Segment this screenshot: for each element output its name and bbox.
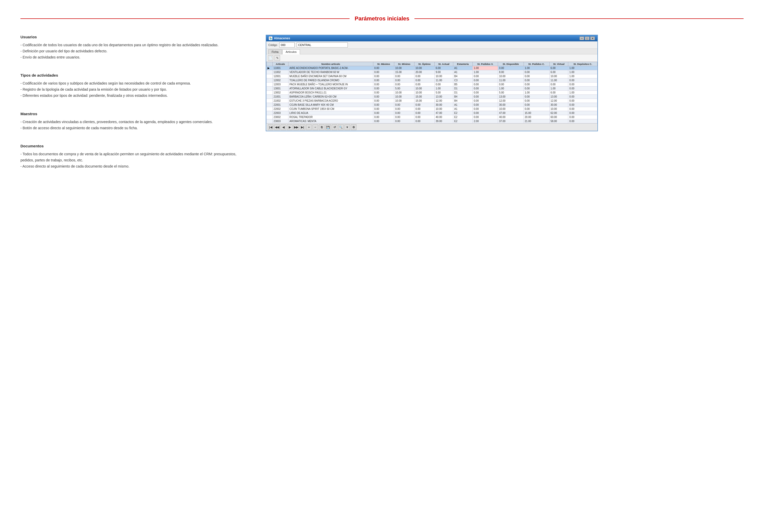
- central-input[interactable]: [297, 43, 348, 48]
- new-button[interactable]: 📄: [268, 55, 274, 61]
- edit-button[interactable]: ✎: [275, 55, 280, 61]
- table-cell: 0.00: [473, 74, 498, 78]
- maximize-button[interactable]: □: [585, 37, 590, 40]
- table-cell: 0.00: [394, 107, 414, 111]
- table-cell: 0.00: [373, 107, 394, 111]
- table-row[interactable]: 22002COJIN TUMBONA SPIRIT 195X 60 CM0.00…: [267, 107, 597, 111]
- table-cell: 47.00: [498, 111, 523, 115]
- table-row[interactable]: 22003LIRIO DE AGUA0.000.000.0047.00E20.0…: [267, 111, 597, 115]
- table-cell: 30.00: [498, 103, 523, 107]
- table-cell: 0.00: [414, 119, 434, 123]
- table-row[interactable]: 23003AROMATICAS: MENTA0.000.000.0039.00E…: [267, 119, 597, 123]
- table-cell: 21002: [273, 99, 288, 103]
- window-toolbar: Código: [266, 41, 597, 49]
- col-stpedv: St. Pedidos V.: [473, 62, 498, 66]
- table-cell: 10.00: [414, 86, 434, 91]
- table-cell: LIRIO DE AGUA: [288, 111, 373, 115]
- nav-delete[interactable]: −: [312, 124, 318, 130]
- table-row[interactable]: ▶11001AIRE ACONDICIONADO PORTATIL BASIC-…: [267, 66, 597, 70]
- window-titlebar: 🏪 Almacenes ─ □ ✕: [266, 35, 597, 41]
- table-cell: 0.00: [473, 86, 498, 91]
- main-layout: Usuarios- Codificación de todos los usua…: [20, 35, 744, 182]
- tab-articulos[interactable]: Artículos: [283, 49, 300, 55]
- nav-search[interactable]: 🔍: [338, 124, 344, 130]
- window-controls[interactable]: ─ □ ✕: [580, 37, 595, 40]
- table-cell: 12.00: [435, 99, 453, 103]
- table-cell: 5.00: [498, 91, 523, 95]
- table-row[interactable]: 12001MUEBLE BAÑO ENCIMERA SET DAVINIA 60…: [267, 74, 597, 78]
- table-cell: 13002: [273, 91, 288, 95]
- almacenes-window: 🏪 Almacenes ─ □ ✕ Código Ficha Artículos: [266, 35, 598, 131]
- section-body-tipos-actividades: - Codificación de varios tipos y subtipo…: [20, 80, 251, 98]
- table-cell: 10.00: [498, 74, 523, 78]
- table-cell: 12003: [273, 82, 288, 86]
- table-row[interactable]: 13001ATORNILLADOR SIN CABLE BLACKDECKER …: [267, 86, 597, 91]
- tab-ficha[interactable]: Ficha: [268, 49, 282, 54]
- table-cell: 0.00: [498, 82, 523, 86]
- table-row[interactable]: 21002ESTUCHE 3 PIEZAS BARBACOA ACERO0.00…: [267, 99, 597, 103]
- table-cell: 0.00: [568, 86, 597, 91]
- table-row[interactable]: 13002ASPIRADOR BOSCH PAS11-210.0010.0010…: [267, 91, 597, 95]
- table-cell: 5.00: [394, 86, 414, 91]
- table-cell: 0.00: [568, 78, 597, 82]
- nav-refresh[interactable]: ↺: [332, 124, 337, 130]
- nav-first[interactable]: |◀: [268, 124, 274, 130]
- table-cell: 0.00: [473, 111, 498, 115]
- table-cell: 0.00: [523, 82, 549, 86]
- table-cell: 0.00: [414, 82, 434, 86]
- right-content: 🏪 Almacenes ─ □ ✕ Código Ficha Artículos: [266, 35, 598, 131]
- col-stopt: St. Óptimo: [414, 62, 434, 66]
- table-cell: 0.00: [473, 99, 498, 103]
- table-row[interactable]: 22001COJIN BASE SILLA MARY 40X 40 CM0.00…: [267, 103, 597, 107]
- nav-filter[interactable]: ▼: [344, 124, 350, 130]
- table-cell: 12002: [273, 78, 288, 82]
- table-cell: 10.00: [394, 95, 414, 99]
- table-cell: 62.00: [549, 111, 568, 115]
- nav-next[interactable]: ▶: [287, 124, 292, 130]
- section-title-usuarios: Usuarios: [20, 35, 251, 39]
- section-bullet: - Codificación de varios tipos y subtipo…: [20, 80, 251, 86]
- section-bullet: - Acceso directo al seguimiento de cada …: [20, 164, 251, 170]
- table-cell: 5.00: [435, 91, 453, 95]
- table-row[interactable]: 23002ROSAL TREPADOR0.000.000.0040.00E20.…: [267, 115, 597, 119]
- table-cell: 0.00: [394, 119, 414, 123]
- nav-prev-page[interactable]: ◀◀: [274, 124, 280, 130]
- table-cell: 8.00: [498, 70, 523, 74]
- table-cell: 0.00: [414, 107, 434, 111]
- table-cell: ROSAL TREPADOR: [288, 115, 373, 119]
- table-cell: 15.00: [414, 95, 434, 99]
- table-cell: 15.00: [523, 111, 549, 115]
- table-row[interactable]: 12003PACK MUEBLE BAÑO + TOALLERO MONTAJE…: [267, 82, 597, 86]
- minimize-button[interactable]: ─: [580, 37, 584, 40]
- table-cell: 0.00: [394, 74, 414, 78]
- close-button[interactable]: ✕: [590, 37, 595, 40]
- table-cell: 0.00: [373, 66, 394, 70]
- nav-copy[interactable]: ⎘: [319, 124, 324, 130]
- section-body-maestros: - Creación de actividades vinculadas a c…: [20, 119, 251, 131]
- table-cell: A1: [453, 103, 473, 107]
- table-cell: 39.00: [435, 119, 453, 123]
- title-line-right: [415, 18, 744, 19]
- table-row[interactable]: 21001BARBACOA LEÑA / CARBON 62×30 CM0.00…: [267, 95, 597, 99]
- table-cell: 0.00: [498, 66, 523, 70]
- col-stdisp: St. Disponible: [498, 62, 523, 66]
- nav-prev[interactable]: ◀: [281, 124, 286, 130]
- table-cell: 0.00: [394, 78, 414, 82]
- table-cell: 0.00: [373, 119, 394, 123]
- table-cell: 0.00: [568, 119, 597, 123]
- table-cell: 10.00: [414, 91, 434, 95]
- table-row[interactable]: 11002VENTILADOR DE TECHO RAINBOW 60 W0.0…: [267, 70, 597, 74]
- nav-add[interactable]: +: [306, 124, 312, 130]
- nav-next-page[interactable]: ▶▶: [293, 124, 299, 130]
- col-nombre: Nombre artículo: [288, 62, 373, 66]
- table-cell: 0.00: [473, 78, 498, 82]
- table-cell: 0.00: [568, 82, 597, 86]
- codigo-input[interactable]: [279, 43, 294, 48]
- nav-last[interactable]: ▶|: [300, 124, 305, 130]
- nav-save[interactable]: 💾: [325, 124, 331, 130]
- nav-config[interactable]: ⚙: [351, 124, 356, 130]
- table-row[interactable]: 12002TOALLERO DE PARED ISLANDIA CROMO0.0…: [267, 78, 597, 82]
- table-cell: 15.00: [394, 70, 414, 74]
- table-cell: 0.00: [568, 103, 597, 107]
- window-title: 🏪 Almacenes: [269, 37, 290, 40]
